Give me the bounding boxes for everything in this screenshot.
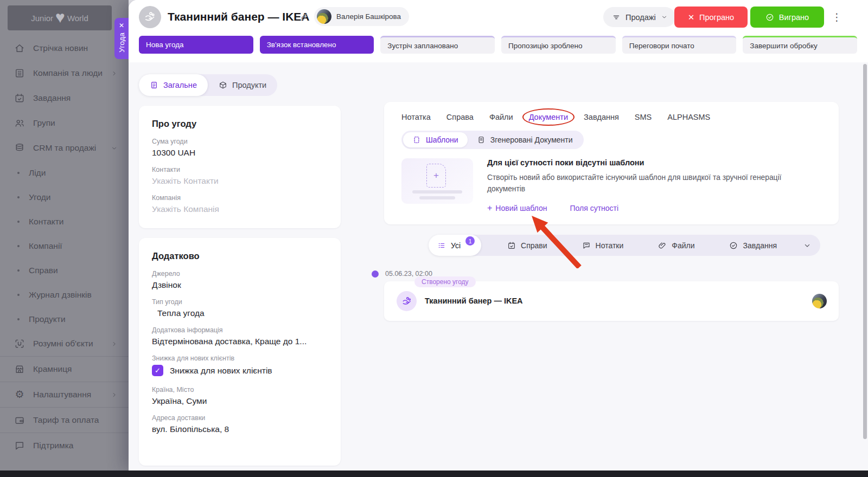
filter-tasks[interactable]: Завдання xyxy=(720,235,786,256)
sidebar-item-groups[interactable]: Групи xyxy=(0,111,129,136)
company-field[interactable]: Укажіть Компанія xyxy=(152,204,328,214)
empty-state-title: Для цієї сутності поки відсутні шаблони xyxy=(487,158,813,167)
location-value[interactable]: Україна, Суми xyxy=(152,396,328,406)
pipeline-select[interactable]: Продажі xyxy=(603,7,675,27)
tab-tasks[interactable]: Завдання xyxy=(584,113,619,121)
filter-files[interactable]: Файли xyxy=(649,235,703,256)
sidebar-item-newsfeed[interactable]: Стрічка новин xyxy=(0,36,129,61)
vertical-scrollbar[interactable] xyxy=(863,64,867,439)
deal-body: Загальне Продукти Про угоду Сума угоди 1… xyxy=(129,62,868,470)
won-button[interactable]: Виграно xyxy=(750,7,824,28)
sidebar-subitem-label: Компанії xyxy=(29,241,62,251)
stage-contact-established[interactable]: Зв'язок встановлено xyxy=(260,36,374,54)
chevron-down-icon xyxy=(661,14,668,21)
about-deal-card: Про угоду Сума угоди 10300 UAH Контакти … xyxy=(139,106,341,228)
extra-info-value[interactable]: Відтермінована доставка, Краще до 1... xyxy=(152,337,328,346)
sidebar-item-company-people[interactable]: Компанія та люди xyxy=(0,61,129,86)
address-value[interactable]: вул. Білопільська, 8 xyxy=(152,424,328,434)
sidebar-item-label: Крамниця xyxy=(33,364,118,374)
sidebar-item-label: Підтримка xyxy=(33,441,118,450)
tab-note[interactable]: Нотатка xyxy=(401,113,431,121)
lost-button[interactable]: ✕ Програно xyxy=(674,7,748,28)
tab-sms[interactable]: SMS xyxy=(635,113,652,121)
tab-general[interactable]: Загальне xyxy=(139,74,208,96)
tab-case[interactable]: Справа xyxy=(446,113,474,121)
avatar xyxy=(317,9,331,24)
check-circle-icon xyxy=(765,13,774,22)
chevron-right-icon xyxy=(111,340,118,347)
contacts-field[interactable]: Укажіть Контакти xyxy=(152,176,328,186)
sidebar-subitem-companies[interactable]: Компанії xyxy=(0,234,129,258)
scan-icon xyxy=(14,338,25,349)
field-label: Контакти xyxy=(152,166,328,173)
sidebar-item-settings[interactable]: ⚙ Налаштування xyxy=(0,382,129,407)
sidebar-item-tasks[interactable]: Завдання xyxy=(0,86,129,111)
app-logo[interactable]: Junior ♥ World xyxy=(8,5,112,30)
filter-cases[interactable]: Справи xyxy=(499,235,556,256)
source-value[interactable]: Дзвінок xyxy=(152,280,328,290)
documents-subtabs: Шаблони Згенеровані Документи xyxy=(401,131,584,149)
filter-notes-label: Нотатки xyxy=(596,241,624,250)
card-title: Додатково xyxy=(152,251,328,261)
timeline-event-card[interactable]: Створено угоду Тканинний банер — IKEA xyxy=(384,281,839,321)
stage-finish-processing[interactable]: Завершити обробку xyxy=(743,36,857,54)
field-label: Сума угоди xyxy=(152,138,328,145)
sidebar-subitem-label: Справи xyxy=(29,266,58,275)
bullet-icon xyxy=(17,245,20,247)
sidebar-item-crm-sales[interactable]: CRM та продажі xyxy=(0,136,129,160)
sidebar-item-smart-objects[interactable]: Розумні об'єкти xyxy=(0,331,129,356)
tab-products-label: Продукти xyxy=(232,81,266,89)
checkbox-checked-icon[interactable]: ✓ xyxy=(152,365,163,376)
deal-header: Тканинний банер — IKEA Валерія Башкірова… xyxy=(129,0,868,62)
close-icon[interactable]: ✕ xyxy=(119,22,124,29)
copy-link-button[interactable] xyxy=(300,12,309,23)
sidebar-subitem-leads[interactable]: Ліди xyxy=(0,160,129,185)
illustration-bar xyxy=(412,190,462,194)
deal-amount-value[interactable]: 10300 UAH xyxy=(152,148,328,158)
discount-checkbox-row[interactable]: ✓ Знижка для нових клієнтів xyxy=(152,365,328,376)
sidebar-item-label: Стрічка новин xyxy=(33,43,118,53)
more-menu-button[interactable]: ⋮ xyxy=(828,10,845,24)
stage-new-deal[interactable]: Нова угода xyxy=(139,36,253,54)
sidebar-subitem-cases[interactable]: Справи xyxy=(0,258,129,282)
filter-all-label: Усі xyxy=(451,241,461,250)
tab-documents[interactable]: Документи xyxy=(529,113,568,121)
sidebar-subitem-contacts[interactable]: Контакти xyxy=(0,209,129,234)
sidebar-subitem-label: Контакти xyxy=(29,217,63,227)
field-label: Знижка для нових клієнтів xyxy=(152,354,328,362)
filter-notes[interactable]: Нотатки xyxy=(573,235,633,256)
filter-all[interactable]: Усі 1 xyxy=(429,235,481,256)
empty-state-illustration: + xyxy=(401,158,473,204)
filter-expand-chevron[interactable] xyxy=(803,241,812,250)
sidebar-item-label: Розумні об'єкти xyxy=(33,339,103,349)
stage-meeting-scheduled[interactable]: Зустріч заплановано xyxy=(380,36,495,54)
stage-proposal-made[interactable]: Пропозицію зроблено xyxy=(501,36,616,54)
entity-fields-link[interactable]: Поля сутності xyxy=(570,203,618,213)
sidebar-item-shop[interactable]: Крамниця xyxy=(0,357,129,382)
sidebar-item-label: Налаштування xyxy=(33,390,103,399)
tab-alphasms[interactable]: ALPHASMS xyxy=(667,113,710,121)
deal-type-value[interactable]: Тепла угода xyxy=(152,308,328,318)
x-icon: ✕ xyxy=(688,13,694,22)
tab-products[interactable]: Продукти xyxy=(208,74,277,96)
field-label: Додаткова інформація xyxy=(152,326,328,334)
templates-empty-state: + Для цієї сутності поки відсутні шаблон… xyxy=(401,158,821,213)
sidebar-subitem-label: Ліди xyxy=(29,168,46,178)
stage-negotiations-started[interactable]: Переговори почато xyxy=(622,36,737,54)
sidebar-subitem-products[interactable]: Продукти xyxy=(0,307,129,331)
sidebar-item-label: Тариф та оплата xyxy=(33,415,118,425)
sidebar-item-billing[interactable]: Тариф та оплата xyxy=(0,408,129,433)
sidebar-subitem-call-log[interactable]: Журнал дзвінків xyxy=(0,282,129,307)
page-title: Тканинний банер — IKEA xyxy=(168,10,310,23)
sidebar-item-label: Завдання xyxy=(33,93,118,103)
subtab-templates[interactable]: Шаблони xyxy=(403,132,468,147)
subtab-generated-docs[interactable]: Згенеровані Документи xyxy=(468,132,582,147)
sidebar-item-support[interactable]: Підтримка xyxy=(0,433,129,458)
lost-button-label: Програно xyxy=(699,13,734,22)
new-template-link[interactable]: + Новий шаблон xyxy=(487,203,547,213)
manager-pill[interactable]: Валерія Башкірова xyxy=(314,7,409,26)
drawer-tab-deal[interactable]: ✕ Угода xyxy=(114,18,129,59)
tab-files[interactable]: Файли xyxy=(489,113,513,121)
bullet-icon xyxy=(17,294,20,296)
sidebar-subitem-deals[interactable]: Угоди xyxy=(0,185,129,209)
